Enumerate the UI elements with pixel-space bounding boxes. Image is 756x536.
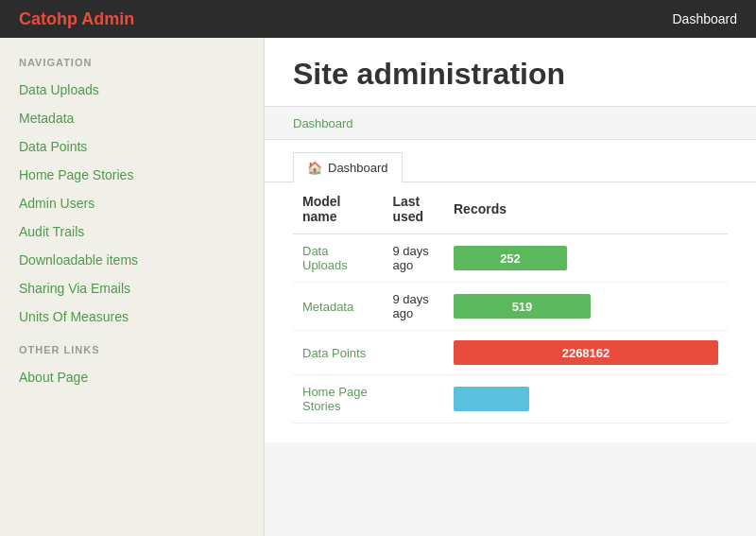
records-cell: 2268162 — [444, 331, 728, 375]
bar-container: 252 — [454, 246, 718, 270]
sidebar-item-about-page[interactable]: About Page — [0, 363, 264, 391]
bar-container — [454, 387, 718, 411]
home-icon: 🏠 — [307, 161, 322, 175]
sidebar-item-home-page-stories[interactable]: Home Page Stories — [0, 161, 264, 189]
bar-container: 2268162 — [454, 340, 718, 365]
bar-container: 519 — [454, 294, 718, 319]
brand-prefix: Catohp — [19, 9, 81, 28]
tab-bar: 🏠 Dashboard — [265, 140, 756, 182]
main-layout: NAVIGATION Data Uploads Metadata Data Po… — [0, 38, 756, 536]
records-cell — [444, 375, 728, 424]
sidebar-item-data-points[interactable]: Data Points — [0, 132, 264, 161]
table-area: Model name Last used Records Data Upload… — [265, 182, 756, 442]
last-used-cell: 9 days ago — [383, 283, 444, 331]
dashboard-tab[interactable]: 🏠 Dashboard — [293, 152, 403, 182]
col-model-name: Model name — [293, 182, 383, 234]
nav-section-label: NAVIGATION — [0, 57, 264, 76]
model-name-link[interactable]: Home Page Stories — [302, 385, 368, 413]
other-section-label: OTHER LINKS — [0, 331, 264, 363]
brand-highlight: Admin — [81, 9, 134, 28]
model-name-link[interactable]: Data Points — [302, 346, 366, 360]
records-cell: 252 — [444, 234, 728, 283]
main-content: Site administration Dashboard 🏠 Dashboar… — [265, 38, 756, 536]
sidebar-item-units-of-measures[interactable]: Units Of Measures — [0, 303, 264, 331]
last-used-cell — [383, 331, 444, 375]
dashboard-tab-label: Dashboard — [328, 161, 388, 175]
sidebar-item-metadata[interactable]: Metadata — [0, 104, 264, 132]
breadcrumb[interactable]: Dashboard — [293, 116, 353, 130]
last-used-cell — [383, 375, 444, 424]
table-header-row: Model name Last used Records — [293, 182, 728, 234]
table-row: Home Page Stories — [293, 375, 728, 424]
sidebar-item-sharing-via-emails[interactable]: Sharing Via Emails — [0, 274, 264, 303]
app-header: Catohp Admin Dashboard — [0, 0, 756, 38]
page-title: Site administration — [293, 57, 728, 92]
table-row: Data Uploads 9 days ago 252 — [293, 234, 728, 283]
records-table: Model name Last used Records Data Upload… — [293, 182, 728, 424]
sidebar-item-admin-users[interactable]: Admin Users — [0, 189, 264, 217]
records-bar: 519 — [454, 294, 591, 319]
records-bar — [454, 387, 529, 411]
sidebar-item-downloadable-items[interactable]: Downloadable items — [0, 246, 264, 274]
table-row: Metadata 9 days ago 519 — [293, 283, 728, 331]
col-records: Records — [444, 182, 728, 234]
brand-logo: Catohp Admin — [19, 9, 134, 29]
model-name-link[interactable]: Metadata — [302, 300, 353, 314]
col-last-used: Last used — [383, 182, 444, 234]
last-used-cell: 9 days ago — [383, 234, 444, 283]
table-row: Data Points 2268162 — [293, 331, 728, 375]
records-bar: 252 — [454, 246, 567, 270]
header-dashboard-link[interactable]: Dashboard — [673, 11, 738, 26]
breadcrumb-area: Dashboard — [265, 107, 756, 140]
sidebar-item-audit-trails[interactable]: Audit Trails — [0, 217, 264, 246]
model-name-link[interactable]: Data Uploads — [302, 244, 348, 272]
records-cell: 519 — [444, 283, 728, 331]
records-bar: 2268162 — [454, 340, 718, 365]
main-header: Site administration — [265, 38, 756, 107]
sidebar: NAVIGATION Data Uploads Metadata Data Po… — [0, 38, 265, 536]
sidebar-item-data-uploads[interactable]: Data Uploads — [0, 76, 264, 104]
